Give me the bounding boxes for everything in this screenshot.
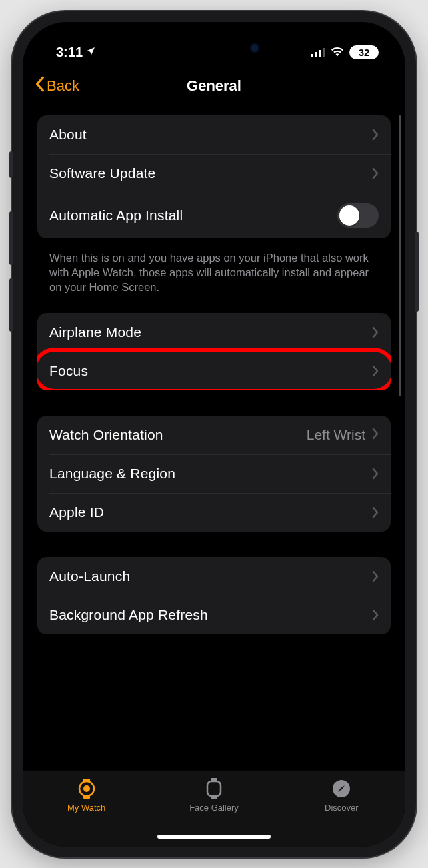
wifi-icon — [331, 45, 344, 60]
row-airplane-mode[interactable]: Airplane Mode — [37, 313, 391, 352]
toggle-knob — [339, 205, 359, 226]
row-watch-orientation[interactable]: Watch Orientation Left Wrist — [37, 416, 391, 454]
watch-icon — [77, 778, 97, 799]
volume-down-button — [9, 278, 13, 332]
chevron-right-icon — [372, 570, 379, 582]
chevron-left-icon — [35, 76, 45, 96]
cellular-signal-icon — [311, 48, 325, 57]
tab-face-gallery[interactable]: Face Gallery — [151, 778, 277, 813]
row-label: Focus — [49, 363, 88, 379]
settings-group-1: About Software Update Automatic App Inst… — [37, 115, 391, 238]
back-button[interactable]: Back — [35, 76, 79, 96]
svg-rect-4 — [207, 781, 221, 796]
tab-label: Face Gallery — [189, 803, 239, 813]
watch-face-icon — [205, 778, 223, 799]
row-label: Background App Refresh — [49, 607, 208, 623]
front-camera — [250, 43, 259, 53]
page-title: General — [187, 77, 241, 95]
battery-indicator: 32 — [349, 45, 379, 59]
settings-group-3: Watch Orientation Left Wrist Language & … — [37, 416, 391, 532]
status-time: 3:11 — [56, 45, 83, 60]
chevron-right-icon — [372, 468, 379, 480]
svg-rect-5 — [211, 778, 217, 781]
nav-header: Back General — [23, 69, 405, 109]
back-label: Back — [47, 77, 79, 95]
chevron-right-icon — [372, 609, 379, 621]
content-area: About Software Update Automatic App Inst… — [23, 109, 405, 771]
svg-point-3 — [83, 785, 90, 792]
tab-my-watch[interactable]: My Watch — [23, 778, 149, 813]
row-label: About — [49, 127, 87, 143]
chevron-right-icon — [372, 365, 379, 377]
tab-label: Discover — [325, 803, 359, 813]
svg-rect-1 — [83, 779, 90, 781]
phone-frame: 3:11 32 — [12, 11, 416, 857]
chevron-right-icon — [372, 167, 379, 179]
settings-group-2: Airplane Mode Focus — [37, 313, 391, 390]
location-icon — [85, 46, 96, 59]
tab-bar: My Watch Face Gallery Discover — [23, 771, 405, 847]
row-language-region[interactable]: Language & Region — [37, 454, 391, 493]
status-right: 32 — [311, 45, 379, 60]
row-label: Auto-Launch — [49, 568, 130, 584]
compass-icon — [331, 778, 351, 799]
power-button — [415, 232, 419, 312]
silence-switch — [9, 151, 13, 178]
row-apple-id[interactable]: Apple ID — [37, 493, 391, 532]
chevron-right-icon — [372, 326, 379, 338]
svg-rect-2 — [83, 796, 90, 799]
status-left: 3:11 — [56, 45, 96, 60]
row-background-app-refresh[interactable]: Background App Refresh — [37, 596, 391, 634]
chevron-right-icon — [372, 506, 379, 518]
svg-rect-6 — [211, 797, 217, 799]
row-detail-value: Left Wrist — [307, 427, 365, 443]
dynamic-island — [161, 34, 267, 62]
screen: 3:11 32 — [23, 22, 405, 847]
home-indicator[interactable] — [157, 835, 271, 839]
group-footer-text: When this is on and you have apps on you… — [37, 245, 391, 314]
row-label: Apple ID — [49, 504, 104, 520]
row-label: Airplane Mode — [49, 324, 141, 340]
row-automatic-app-install: Automatic App Install — [37, 193, 391, 238]
row-about[interactable]: About — [37, 115, 391, 154]
row-label: Automatic App Install — [49, 207, 183, 224]
tab-discover[interactable]: Discover — [279, 778, 405, 813]
chevron-right-icon — [372, 428, 379, 442]
row-auto-launch[interactable]: Auto-Launch — [37, 557, 391, 596]
row-label: Language & Region — [49, 466, 175, 482]
volume-up-button — [9, 211, 13, 265]
tab-label: My Watch — [67, 803, 105, 813]
chevron-right-icon — [372, 129, 379, 141]
scroll-indicator[interactable] — [399, 115, 401, 396]
row-software-update[interactable]: Software Update — [37, 154, 391, 193]
battery-percent: 32 — [359, 47, 370, 58]
settings-group-4: Auto-Launch Background App Refresh — [37, 557, 391, 634]
toggle-automatic-app-install[interactable] — [337, 203, 379, 228]
row-label: Software Update — [49, 165, 155, 181]
row-focus[interactable]: Focus — [37, 352, 391, 390]
row-label: Watch Orientation — [49, 427, 163, 443]
